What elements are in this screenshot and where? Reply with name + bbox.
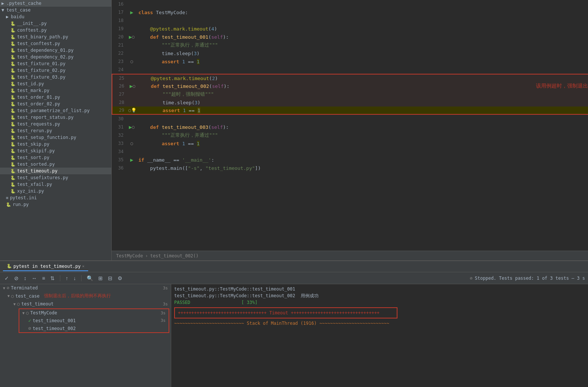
sidebar-item-dep02[interactable]: 🐍 test_dependency_02.py [0,54,111,60]
line-number: 23 [112,59,127,64]
sidebar-item-label: test_xfail.py [17,182,52,187]
sidebar-item-label: test_parametrize_of_list.py [17,108,90,113]
sidebar-item-dep01[interactable]: 🐍 test_dependency_01.py [0,47,111,54]
folder-arrow-icon: ▶ [1,1,4,6]
tree-item-testmycode[interactable]: ▼ ○ TestMyCode 3s [19,309,169,317]
python-file-icon: 🐍 [10,149,16,153]
code-line-35: 35 ▶ if __name__ == '__main__': [112,156,588,164]
tree-item-timeout001[interactable]: ✓ test_timeout_001 3s [19,317,169,324]
toolbar-filter-btn[interactable]: ⇅ [49,275,56,282]
toolbar-check-btn[interactable]: ✓ [3,275,10,282]
tree-item-label: test_timeout_002 [33,326,76,331]
sidebar-item-label: test_rerun.py [17,128,52,133]
code-line-30: 30 [112,115,588,123]
sidebar-item-label: test_binary_path.py [17,34,68,39]
toolbar-menu-btn[interactable]: ≡ [41,275,47,282]
tree-item-label: test_timeout_001 [33,318,76,323]
sidebar-item-setup[interactable]: 🐍 test_setup_function.py [0,134,111,141]
bulb-icon[interactable]: 💡 [131,108,137,113]
line-content: def test_timeout_001(self): [137,34,588,40]
sidebar-item-order01[interactable]: 🐍 test_order_01.py [0,94,111,101]
sidebar-item-label: test_sort.py [17,155,49,160]
code-line-25: 25 @pytest.mark.timeout(2) [112,74,588,82]
sidebar-item-param-list[interactable]: 🐍 test_parametrize_of_list.py [0,107,111,114]
sidebar-item-requests[interactable]: 🐍 test_requests.py [0,121,111,127]
sidebar-item-pytest-ini[interactable]: ≡ pytest.ini [0,194,111,201]
sidebar-item-conftest[interactable]: 🐍 conftest.py [0,27,111,34]
sidebar-item-rerun[interactable]: 🐍 test_rerun.py [0,127,111,134]
sidebar-item-sorted[interactable]: 🐍 test_sorted.py [0,161,111,168]
sidebar-item-order02[interactable]: 🐍 test_order_02.py [0,101,111,107]
panel-toolbar: ✓ ⊘ ↕ ↔ ≡ ⇅ ↑ ↓ 🔍 ⊞ ⊟ ⚙ ⊘ Stopped. Tests… [0,272,588,284]
tree-item-terminated[interactable]: ▼ ⊘ Terminated 3s [0,284,171,292]
toolbar-sort-asc-btn[interactable]: ↕ [22,275,28,282]
sidebar-item-conftest-py[interactable]: 🐍 test_conftest.py [0,40,111,47]
sidebar-item-init[interactable]: 🐍 __init__.py [0,20,111,27]
sidebar-item-mark[interactable]: 🐍 test_mark.py [0,87,111,94]
sidebar-item-id[interactable]: 🐍 test_id.py [0,80,111,87]
code-line-23: 23 ○ assert 1 == 1 [112,57,588,66]
test-tree[interactable]: ▼ ⊘ Terminated 3s ▼ ○ test_case 强制退出后，后续… [0,284,171,387]
console-output[interactable]: test_timeout.py::TestMyCode::test_timeou… [171,284,588,387]
run-button[interactable]: ▶ [129,124,132,130]
code-line-32: 32 """正常执行，并通过""" [112,131,588,139]
toolbar-up-btn[interactable]: ↑ [64,275,70,282]
sidebar-item-sort[interactable]: 🐍 test_sort.py [0,154,111,161]
console-line: test_timeout.py::TestMyCode::test_timeou… [174,292,585,299]
sidebar-item-run[interactable]: 🐍 run.py [0,201,111,208]
line-gutter: ○ [127,59,137,64]
sidebar-item-xfail[interactable]: 🐍 test_xfail.py [0,181,111,188]
python-file-icon: 🐍 [10,68,16,73]
sidebar-item-skip[interactable]: 🐍 test_skip.py [0,141,111,147]
sidebar-item-label: conftest.py [17,28,47,33]
sidebar-item-fix03[interactable]: 🐍 test_fixture_03.py [0,74,111,80]
code-line-22: 22 time.sleep(3) [112,49,588,57]
tree-item-timeout002[interactable]: ⊘ test_timeout_002 [19,324,169,332]
code-editor[interactable]: 16 17 ▶ class TestMyCode: 18 19 @pytest. [112,0,588,251]
toolbar-settings-btn[interactable]: ⚙ [116,275,124,282]
toolbar-expand-btn[interactable]: ⊞ [97,275,104,282]
sidebar-item-fix01[interactable]: 🐍 test_fixture_01.py [0,60,111,67]
run-button[interactable]: ▶ [130,83,132,89]
panel-tab-pytest[interactable]: 🐍 pytest in test_timeout.py ✕ [3,262,88,271]
python-file-icon: 🐍 [6,202,11,207]
breadcrumb: TestMyCode › test_timeout_002() [112,251,588,260]
python-file-icon: 🐍 [10,21,16,26]
line-number: 29 [112,108,127,113]
tab-close-button[interactable]: ✕ [82,264,84,268]
sidebar-item-skipif[interactable]: 🐍 test_skipif.py [0,147,111,154]
breadcrumb-method[interactable]: test_timeout_002() [150,253,198,258]
sidebar-item-label: test_id.py [17,81,44,86]
sidebar-item-binary-path[interactable]: 🐍 test_binary_path.py [0,34,111,40]
sidebar-item-test-case[interactable]: ▼ test_case [0,7,111,13]
tree-item-test-case[interactable]: ▼ ○ test_case 强制退出后，后续的用例不再执行 [0,292,171,300]
sidebar-item-timeout[interactable]: 🐍 test_timeout.py [0,168,111,174]
toolbar-stop-btn[interactable]: ⊘ [13,275,20,282]
toolbar-search-btn[interactable]: 🔍 [85,275,95,282]
python-file-icon: 🐍 [10,175,16,180]
toolbar-down-btn[interactable]: ↓ [72,275,77,282]
line-number: 27 [112,92,127,97]
sidebar-item-label: test_dependency_01.py [17,48,74,53]
run-button[interactable]: ▶ [130,9,133,15]
tree-item-test-timeout[interactable]: ▼ ○ test_timeout 3s [0,300,171,308]
sidebar-item-pytest-cache[interactable]: ▶ .pytest_cache [0,0,111,7]
sidebar-item-label: test_dependency_02.py [17,54,74,60]
run-button[interactable]: ▶ [129,34,132,40]
line-number: 35 [112,157,127,162]
sidebar-item-xyz[interactable]: 🐍 xyz_ini.py [0,188,111,194]
sidebar-item-usefixtures[interactable]: 🐍 test_usefixtures.py [0,174,111,181]
sidebar-item-label: pytest.ini [10,195,37,200]
breadcrumb-class[interactable]: TestMyCode [116,253,143,258]
sidebar-item-baidu[interactable]: ▶ baidu [0,13,111,20]
toolbar-collapse-btn[interactable]: ⊟ [106,275,114,282]
python-file-icon: 🐍 [10,135,16,140]
sidebar-item-report[interactable]: 🐍 test_report_status.py [0,114,111,121]
console-line-timeout: +++++++++++++++++++++++++++++++++ Timeou… [174,307,397,318]
run-button[interactable]: ▶ [130,157,133,163]
toolbar-sort-desc-btn[interactable]: ↔ [30,275,38,282]
python-file-icon: 🐍 [10,28,16,33]
sidebar-item-fix02[interactable]: 🐍 test_fixture_02.py [0,67,111,74]
line-number: 16 [112,1,127,7]
line-content: assert 1 == 1 [137,141,588,146]
